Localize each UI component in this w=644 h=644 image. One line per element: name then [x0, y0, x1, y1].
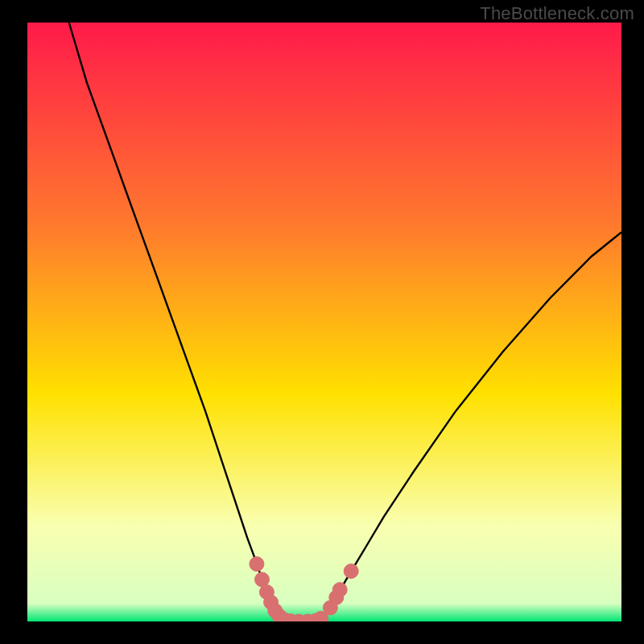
data-marker [332, 583, 347, 597]
data-marker [344, 564, 358, 579]
data-marker [250, 557, 264, 572]
watermark-text: TheBottleneck.com [480, 3, 634, 24]
chart-svg [27, 23, 621, 621]
bottleneck-chart [27, 23, 621, 621]
gradient-background [27, 23, 621, 621]
